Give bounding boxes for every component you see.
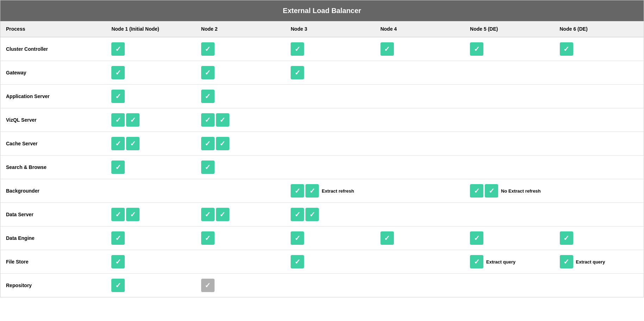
node-cell: ✓ <box>196 274 285 297</box>
main-table-wrapper: External Load Balancer Process Node 1 (I… <box>0 0 644 297</box>
checks-container: ✓ <box>111 90 190 103</box>
node-cell: ✓ <box>375 37 464 61</box>
col-node2: Node 2 <box>196 21 285 37</box>
check-icon: ✓ <box>111 208 125 221</box>
node-cell: ✓✓ <box>285 203 374 226</box>
check-label: No Extract refresh <box>501 188 541 194</box>
check-icon: ✓ <box>201 208 215 221</box>
node-cell <box>285 108 374 132</box>
table-row: Data Engine✓✓✓✓✓✓ <box>0 226 644 250</box>
process-cell: Repository <box>0 274 106 297</box>
node-cell: ✓✓ <box>106 108 195 132</box>
check-label: Extract refresh <box>322 188 354 194</box>
node-cell <box>375 61 464 85</box>
node-cell <box>285 85 374 108</box>
check-icon: ✓ <box>126 113 140 127</box>
node-cell <box>285 132 374 156</box>
node-cell <box>375 132 464 156</box>
node-cell <box>375 179 464 203</box>
node-cell <box>375 156 464 179</box>
checks-container: ✓ <box>201 66 279 79</box>
check-icon: ✓ <box>111 231 125 245</box>
node-cell: ✓ <box>464 37 554 61</box>
check-icon: ✓ <box>560 255 573 268</box>
checks-container: ✓ <box>470 42 548 56</box>
node-cell: ✓ <box>196 37 285 61</box>
node-cell: ✓ <box>106 37 195 61</box>
check-icon: ✓ <box>216 208 229 221</box>
check-icon: ✓ <box>111 113 125 127</box>
node-cell <box>464 203 554 226</box>
check-icon: ✓ <box>111 42 125 56</box>
node-cell <box>375 274 464 297</box>
node-cell <box>375 250 464 274</box>
checks-container: ✓ <box>560 42 638 56</box>
node-cell: ✓✓ <box>106 132 195 156</box>
checks-container: ✓Extract query <box>560 255 638 268</box>
table-row: Cluster Controller✓✓✓✓✓✓ <box>0 37 644 61</box>
node-cell: ✓ <box>464 226 554 250</box>
process-cell: Application Server <box>0 85 106 108</box>
node-cell: ✓ <box>285 226 374 250</box>
table-title: External Load Balancer <box>0 0 644 21</box>
node-cell: ✓✓ <box>196 108 285 132</box>
node-cell <box>554 274 644 297</box>
node-cell: ✓ <box>106 61 195 85</box>
node-cell: ✓ <box>285 37 374 61</box>
check-icon: ✓ <box>111 90 125 103</box>
check-icon: ✓ <box>470 255 483 268</box>
checks-container: ✓✓Extract refresh <box>291 184 369 198</box>
checks-container: ✓✓No Extract refresh <box>470 184 548 198</box>
checks-container: ✓ <box>560 231 638 245</box>
process-cell: Cluster Controller <box>0 37 106 61</box>
check-icon: ✓ <box>470 184 483 198</box>
process-cell: File Store <box>0 250 106 274</box>
node-cell <box>464 108 554 132</box>
node-cell: ✓✓Extract refresh <box>285 179 374 203</box>
node-cell: ✓ <box>196 226 285 250</box>
process-cell: Cache Server <box>0 132 106 156</box>
check-label: Extract query <box>486 259 515 265</box>
check-icon: ✓ <box>291 66 304 79</box>
checks-container: ✓ <box>111 255 190 268</box>
node-cell: ✓ <box>285 61 374 85</box>
checks-container: ✓ <box>111 279 190 292</box>
check-icon: ✓ <box>201 66 215 79</box>
node-cell: ✓ <box>554 37 644 61</box>
checks-container: ✓✓ <box>201 113 279 127</box>
check-icon: ✓ <box>111 255 125 268</box>
check-icon: ✓ <box>201 113 215 127</box>
check-icon: ✓ <box>291 255 304 268</box>
main-table: Process Node 1 (Initial Node) Node 2 Nod… <box>0 21 644 297</box>
node-cell: ✓✓ <box>196 203 285 226</box>
checks-container: ✓ <box>201 42 279 56</box>
check-icon: ✓ <box>201 137 215 150</box>
node-cell: ✓ <box>196 156 285 179</box>
node-cell <box>554 108 644 132</box>
checks-container: ✓✓ <box>201 137 279 150</box>
checks-container: ✓ <box>291 255 369 268</box>
checks-container: ✓✓ <box>111 208 190 221</box>
node-cell <box>106 179 195 203</box>
col-node4: Node 4 <box>375 21 464 37</box>
node-cell <box>464 156 554 179</box>
check-icon: ✓ <box>470 42 483 56</box>
check-icon: ✓ <box>291 231 304 245</box>
checks-container: ✓ <box>201 90 279 103</box>
check-icon: ✓ <box>126 137 140 150</box>
process-cell: VizQL Server <box>0 108 106 132</box>
checks-container: ✓ <box>380 42 459 56</box>
check-icon: ✓ <box>126 208 140 221</box>
node-cell <box>464 85 554 108</box>
process-cell: Search & Browse <box>0 156 106 179</box>
check-icon: ✓ <box>291 42 304 56</box>
checks-container: ✓ <box>291 42 369 56</box>
check-icon: ✓ <box>201 90 215 103</box>
check-icon: ✓ <box>380 231 394 245</box>
check-icon: ✓ <box>291 208 304 221</box>
checks-container: ✓✓ <box>111 113 190 127</box>
node-cell: ✓✓No Extract refresh <box>464 179 554 203</box>
check-icon: ✓ <box>216 113 229 127</box>
node-cell: ✓ <box>285 250 374 274</box>
table-row: Repository✓✓ <box>0 274 644 297</box>
